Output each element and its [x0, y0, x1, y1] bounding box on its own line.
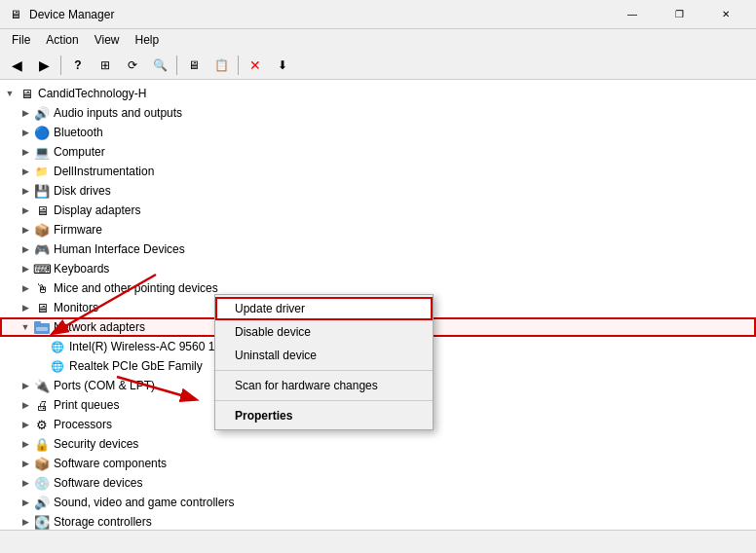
toolbar-separator-1	[60, 55, 61, 75]
security-icon: 🔒	[33, 436, 51, 452]
disk-label: Disk drives	[54, 184, 111, 198]
firmware-label: Firmware	[54, 223, 102, 237]
toolbar: ◀ ▶ ? ⊞ ⟳ 🔍 🖥 📋 ✕ ⬇	[0, 51, 756, 80]
mice-icon: 🖱	[33, 280, 51, 296]
network-expand: ▼	[18, 322, 33, 332]
ctx-disable-device[interactable]: Disable device	[215, 320, 433, 344]
storage-expand: ▶	[18, 517, 33, 527]
ctx-scan[interactable]: Scan for hardware changes	[215, 374, 433, 397]
menu-item-file[interactable]: File	[4, 31, 38, 49]
realtek-expand: ▶	[33, 361, 49, 371]
menu-item-view[interactable]: View	[87, 31, 128, 49]
ctx-uninstall-label: Uninstall device	[235, 349, 317, 362]
network-icon	[33, 319, 51, 335]
monitors-label: Monitors	[54, 301, 98, 314]
software-comp-expand: ▶	[18, 459, 33, 468]
toolbar-separator-3	[238, 55, 239, 75]
tree-item-security[interactable]: ▶ 🔒 Security devices	[0, 434, 756, 454]
display-expand: ▶	[18, 205, 33, 215]
software-comp-icon: 📦	[33, 456, 51, 471]
processors-label: Processors	[54, 418, 112, 431]
tree-item-software-comp[interactable]: ▶ 📦 Software components	[0, 454, 756, 473]
ctx-properties-label: Properties	[235, 409, 292, 423]
uninstall-button[interactable]: ✕	[243, 54, 268, 77]
dellinstr-expand: ▶	[18, 166, 33, 176]
disk-icon: 💾	[33, 183, 51, 199]
show-help-button[interactable]: ?	[65, 54, 91, 77]
printq-expand: ▶	[18, 400, 33, 410]
monitors-expand: ▶	[18, 303, 33, 313]
ctx-update-driver[interactable]: Update driver	[215, 297, 433, 320]
tree-item-computer[interactable]: ▶ 💻 Computer	[0, 142, 756, 162]
tree-item-disk[interactable]: ▶ 💾 Disk drives	[0, 181, 756, 201]
status-bar	[0, 530, 756, 553]
computer-icon: 💻	[33, 144, 51, 160]
processors-icon: ⚙	[33, 417, 51, 432]
forward-button[interactable]: ▶	[31, 54, 57, 77]
menu-item-action[interactable]: Action	[38, 31, 86, 49]
scan-button[interactable]: 🔍	[147, 54, 172, 77]
keyboards-expand: ▶	[18, 264, 33, 274]
back-button[interactable]: ◀	[4, 54, 29, 77]
properties-button[interactable]: ⊞	[93, 54, 118, 77]
network-label: Network adapters	[54, 320, 145, 334]
tree-item-sound[interactable]: ▶ 🔊 Sound, video and game controllers	[0, 493, 756, 512]
sound-expand: ▶	[18, 498, 33, 507]
window-icon: 🖥	[8, 7, 23, 22]
tree-item-firmware[interactable]: ▶ 📦 Firmware	[0, 220, 756, 240]
download-button[interactable]: ⬇	[270, 54, 295, 77]
tree-root[interactable]: ▼ 🖥 CandidTechnology-H	[0, 84, 756, 103]
storage-icon: 💽	[33, 514, 51, 530]
mice-label: Mice and other pointing devices	[54, 281, 218, 295]
ctx-separator-1	[215, 370, 433, 371]
update-driver-button[interactable]: ⟳	[120, 54, 145, 77]
ctx-scan-label: Scan for hardware changes	[235, 379, 378, 392]
monitors-icon: 🖥	[33, 300, 51, 315]
computer-expand: ▶	[18, 147, 33, 157]
tree-item-hid[interactable]: ▶ 🎮 Human Interface Devices	[0, 240, 756, 259]
keyboards-icon: ⌨	[33, 261, 51, 276]
dellinstr-icon: 📁	[33, 164, 51, 179]
main-content: ▼ 🖥 CandidTechnology-H ▶ 🔊 Audio inputs …	[0, 80, 756, 530]
tree-item-bluetooth[interactable]: ▶ 🔵 Bluetooth	[0, 123, 756, 142]
security-label: Security devices	[54, 437, 138, 451]
close-button[interactable]: ✕	[703, 0, 748, 29]
audio-icon: 🔊	[33, 105, 51, 121]
audio-expand: ▶	[18, 108, 33, 118]
software-dev-label: Software devices	[54, 476, 142, 490]
software-dev-icon: 💿	[33, 475, 51, 491]
device-manager-button[interactable]: 📋	[208, 54, 234, 77]
svg-rect-2	[36, 327, 48, 331]
ctx-properties[interactable]: Properties	[215, 404, 433, 427]
mice-expand: ▶	[18, 283, 33, 293]
maximize-button[interactable]: ❐	[657, 0, 701, 29]
ctx-separator-2	[215, 400, 433, 401]
ports-icon: 🔌	[33, 378, 51, 393]
storage-label: Storage controllers	[54, 515, 152, 529]
title-bar: 🖥 Device Manager — ❐ ✕	[0, 0, 756, 29]
ctx-update-driver-label: Update driver	[235, 302, 305, 315]
menu-item-help[interactable]: Help	[128, 31, 168, 49]
tree-item-audio[interactable]: ▶ 🔊 Audio inputs and outputs	[0, 103, 756, 123]
audio-label: Audio inputs and outputs	[54, 106, 182, 120]
context-menu: Update driver Disable device Uninstall d…	[214, 294, 434, 430]
intel-icon: 🌐	[49, 339, 66, 354]
intel-expand: ▶	[33, 342, 49, 351]
tree-item-display[interactable]: ▶ 🖥 Display adapters	[0, 201, 756, 220]
root-label: CandidTechnology-H	[38, 87, 146, 100]
computer-button[interactable]: 🖥	[181, 54, 207, 77]
minimize-button[interactable]: —	[610, 0, 655, 29]
software-comp-label: Software components	[54, 457, 167, 470]
bluetooth-expand: ▶	[18, 128, 33, 137]
computer-label: Computer	[54, 145, 105, 159]
tree-item-storage[interactable]: ▶ 💽 Storage controllers	[0, 512, 756, 530]
ctx-uninstall-device[interactable]: Uninstall device	[215, 344, 433, 367]
hid-label: Human Interface Devices	[54, 242, 185, 256]
tree-item-dellinstr[interactable]: ▶ 📁 DellInstrumentation	[0, 162, 756, 181]
hid-icon: 🎮	[33, 241, 51, 257]
display-icon: 🖥	[33, 203, 51, 218]
menu-bar: File Action View Help	[0, 29, 756, 51]
tree-item-software-dev[interactable]: ▶ 💿 Software devices	[0, 473, 756, 493]
ports-label: Ports (COM & LPT)	[54, 379, 155, 392]
tree-item-keyboards[interactable]: ▶ ⌨ Keyboards	[0, 259, 756, 278]
